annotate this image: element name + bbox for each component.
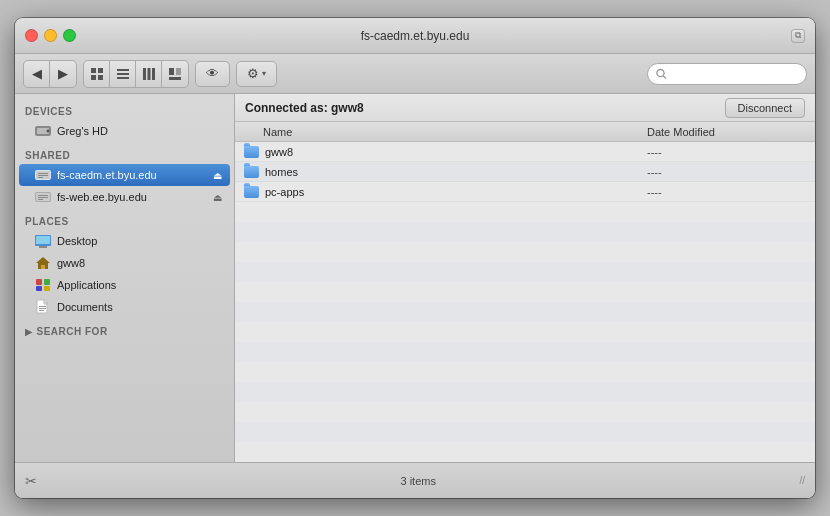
desktop-label: Desktop: [57, 235, 222, 247]
column-date-modified: Date Modified: [647, 126, 807, 138]
connected-bar: Connected as: gww8 Disconnect: [235, 94, 815, 122]
sidebar: DEVICES Greg's HD SHARED: [15, 94, 235, 462]
empty-row: [235, 262, 815, 282]
resize-corner-btn[interactable]: ⧉: [791, 29, 805, 43]
svg-rect-22: [38, 177, 43, 178]
action-arrow-icon: ▾: [262, 69, 266, 78]
sidebar-item-fs-web[interactable]: fs-web.ee.byu.edu ⏏: [19, 186, 230, 208]
svg-rect-39: [39, 306, 46, 307]
file-row-pc-apps[interactable]: pc-apps ----: [235, 182, 815, 202]
preview-button[interactable]: 👁: [195, 61, 230, 87]
disconnect-button[interactable]: Disconnect: [725, 98, 805, 118]
search-input[interactable]: [671, 68, 798, 80]
svg-rect-35: [36, 286, 42, 291]
view-column-button[interactable]: [136, 61, 162, 87]
close-button[interactable]: [25, 29, 38, 42]
svg-rect-1: [98, 68, 103, 73]
svg-rect-8: [147, 68, 150, 80]
empty-rows: [235, 202, 815, 462]
fs-caedm-label: fs-caedm.et.byu.edu: [57, 169, 207, 181]
resize-handle: //: [799, 475, 805, 486]
folder-icon-pcapps: [243, 184, 259, 200]
sidebar-item-applications[interactable]: Applications: [19, 274, 230, 296]
svg-rect-10: [169, 68, 174, 75]
view-buttons: [83, 60, 189, 88]
documents-icon: [35, 299, 51, 315]
network-drive-icon-2: [35, 189, 51, 205]
sidebar-item-gregs-hd[interactable]: Greg's HD: [19, 120, 230, 142]
svg-rect-9: [152, 68, 155, 80]
svg-rect-3: [98, 75, 103, 80]
column-name: Name: [243, 126, 647, 138]
svg-rect-6: [117, 77, 129, 79]
svg-rect-25: [38, 195, 48, 196]
svg-rect-12: [169, 77, 181, 80]
svg-point-13: [657, 69, 664, 76]
sidebar-item-documents[interactable]: Documents: [19, 296, 230, 318]
folder-icon-homes: [243, 164, 259, 180]
file-row-homes[interactable]: homes ----: [235, 162, 815, 182]
status-bar: ✂ 3 items //: [15, 462, 815, 498]
gww8-label: gww8: [57, 257, 222, 269]
file-row-gww8[interactable]: gww8 ----: [235, 142, 815, 162]
sidebar-item-desktop[interactable]: Desktop: [19, 230, 230, 252]
title-bar: fs-caedm.et.byu.edu ⧉: [15, 18, 815, 54]
file-name-homes: homes: [265, 166, 298, 178]
svg-rect-30: [39, 246, 47, 248]
nav-buttons: ◀ ▶: [23, 60, 77, 88]
svg-line-14: [663, 75, 666, 78]
finder-window: fs-caedm.et.byu.edu ⧉ ◀ ▶: [15, 18, 815, 498]
svg-rect-32: [41, 265, 45, 269]
main-area: DEVICES Greg's HD SHARED: [15, 94, 815, 462]
folder-icon-gww8: [243, 144, 259, 160]
action-button[interactable]: ⚙ ▾: [236, 61, 277, 87]
file-list-header: Name Date Modified: [235, 122, 815, 142]
hard-disk-icon: [35, 123, 51, 139]
empty-row: [235, 222, 815, 242]
content-area: Connected as: gww8 Disconnect Name Date …: [235, 94, 815, 462]
svg-rect-2: [91, 75, 96, 80]
places-header: PLACES: [15, 208, 234, 230]
forward-button[interactable]: ▶: [50, 61, 76, 87]
minimize-button[interactable]: [44, 29, 57, 42]
svg-rect-21: [38, 175, 48, 176]
applications-icon: [35, 277, 51, 293]
svg-rect-41: [39, 310, 44, 311]
svg-rect-11: [176, 68, 181, 75]
empty-row: [235, 202, 815, 222]
search-icon: [656, 68, 667, 80]
file-date-gww8: ----: [647, 146, 807, 158]
back-button[interactable]: ◀: [24, 61, 50, 87]
devices-header: DEVICES: [15, 98, 234, 120]
svg-rect-4: [117, 69, 129, 71]
icon-grid-icon: [90, 67, 104, 81]
svg-point-17: [47, 130, 50, 133]
svg-rect-40: [39, 308, 46, 309]
empty-row: [235, 342, 815, 362]
network-drive-icon: [35, 167, 51, 183]
svg-rect-26: [38, 197, 48, 198]
empty-row: [235, 382, 815, 402]
view-cover-button[interactable]: [162, 61, 188, 87]
empty-row: [235, 442, 815, 462]
applications-label: Applications: [57, 279, 222, 291]
sidebar-item-gww8[interactable]: gww8: [19, 252, 230, 274]
view-icon-button[interactable]: [84, 61, 110, 87]
svg-rect-33: [36, 279, 42, 285]
svg-rect-36: [44, 286, 50, 291]
search-box[interactable]: [647, 63, 807, 85]
desktop-icon: [35, 233, 51, 249]
view-list-button[interactable]: [110, 61, 136, 87]
sidebar-item-fs-caedm[interactable]: fs-caedm.et.byu.edu ⏏: [19, 164, 230, 186]
maximize-button[interactable]: [63, 29, 76, 42]
gregs-hd-label: Greg's HD: [57, 125, 222, 137]
search-for-header[interactable]: ▶ SEARCH FOR: [15, 318, 234, 340]
empty-row: [235, 402, 815, 422]
empty-row: [235, 322, 815, 342]
empty-row: [235, 362, 815, 382]
empty-row: [235, 242, 815, 262]
empty-row: [235, 422, 815, 442]
action-icon[interactable]: ✂: [25, 473, 37, 489]
connected-label: Connected as: gww8: [245, 101, 715, 115]
eject-icon-caedm: ⏏: [213, 170, 222, 181]
